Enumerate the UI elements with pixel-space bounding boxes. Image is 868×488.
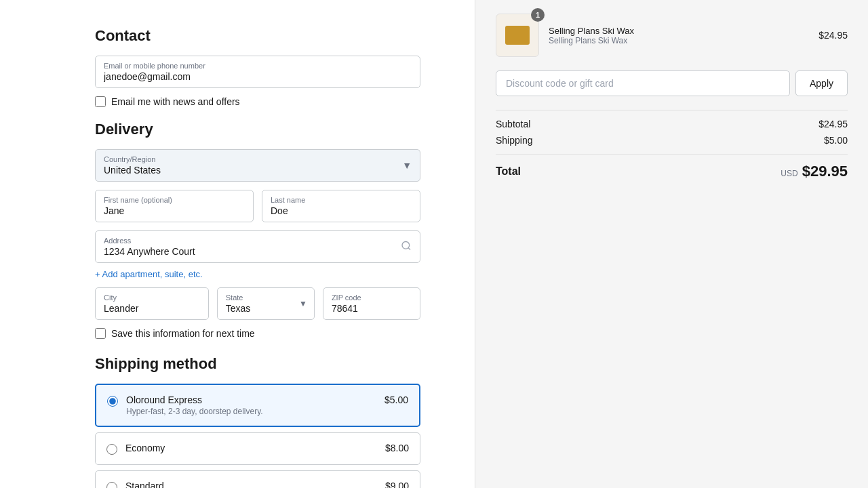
first-name-input[interactable] [104, 205, 245, 216]
state-label: State [226, 293, 306, 302]
city-label: City [104, 293, 200, 302]
shipping-value: $5.00 [824, 135, 848, 146]
product-image-wrapper: 1 [496, 14, 539, 57]
shipping-option-economy[interactable]: Economy $8.00 [95, 432, 420, 465]
discount-input[interactable] [496, 70, 790, 96]
shipping-option-oloround-desc: Hyper-fast, 2-3 day, doorstep delivery. [126, 407, 376, 416]
newsletter-label: Email me with news and offers [111, 96, 240, 107]
right-panel: 1 Selling Plans Ski Wax Selling Plans Sk… [475, 0, 868, 488]
shipping-radio-oloround[interactable] [107, 396, 118, 407]
shipping-radio-economy[interactable] [106, 444, 117, 455]
apply-button[interactable]: Apply [795, 70, 848, 96]
total-divider [496, 154, 848, 155]
address-wrapper: Address [95, 230, 420, 263]
save-info-row: Save this information for next time [95, 328, 420, 339]
delivery-section: Delivery Country/Region United States ▼ … [95, 121, 420, 339]
first-name-label: First name (optional) [104, 196, 245, 204]
shipping-option-standard-price: $9.00 [385, 481, 409, 488]
newsletter-row: Email me with news and offers [95, 96, 420, 107]
total-currency: USD [781, 169, 797, 178]
product-image-box [496, 14, 539, 57]
shipping-option-oloround-name: Oloround Express [126, 394, 376, 405]
subtotal-row: Subtotal $24.95 [496, 119, 848, 129]
shipping-option-oloround[interactable]: Oloround Express Hyper-fast, 2-3 day, do… [95, 384, 420, 427]
total-label: Total [496, 165, 521, 178]
delivery-title: Delivery [95, 121, 420, 138]
zip-label: ZIP code [332, 293, 412, 302]
total-right: USD $29.95 [781, 163, 848, 180]
left-panel: Contact Email or mobile phone number Ema… [0, 0, 475, 488]
total-amount: $29.95 [802, 163, 848, 180]
zip-wrapper: ZIP code [323, 287, 420, 320]
product-info: Selling Plans Ski Wax Selling Plans Ski … [549, 26, 809, 45]
shipping-option-oloround-price: $5.00 [384, 394, 408, 405]
product-image [505, 26, 530, 45]
email-input[interactable] [104, 71, 412, 82]
last-name-label: Last name [271, 196, 412, 204]
summary-divider [496, 110, 848, 110]
shipping-option-oloround-details: Oloround Express Hyper-fast, 2-3 day, do… [126, 394, 376, 416]
newsletter-checkbox[interactable] [95, 96, 106, 107]
add-apartment-link[interactable]: + Add apartment, suite, etc. [95, 269, 203, 279]
city-input[interactable] [104, 303, 200, 314]
save-info-checkbox[interactable] [95, 328, 106, 339]
contact-title: Contact [95, 27, 420, 45]
shipping-label: Shipping [496, 135, 533, 146]
product-quantity-badge: 1 [531, 8, 545, 22]
shipping-option-economy-name: Economy [125, 443, 377, 453]
subtotal-label: Subtotal [496, 119, 530, 129]
shipping-option-economy-details: Economy [125, 443, 377, 453]
product-subtitle: Selling Plans Ski Wax [549, 36, 809, 45]
shipping-radio-standard[interactable] [106, 482, 117, 488]
city-state-zip-row: City State Texas ▼ ZIP code [95, 287, 420, 320]
last-name-wrapper: Last name [262, 190, 420, 222]
product-price: $24.95 [818, 30, 848, 41]
product-row: 1 Selling Plans Ski Wax Selling Plans Sk… [496, 14, 848, 57]
discount-row: Apply [496, 70, 848, 96]
state-select[interactable]: Texas [226, 303, 306, 314]
shipping-row: Shipping $5.00 [496, 135, 848, 146]
country-region-wrapper: Country/Region United States ▼ [95, 149, 420, 182]
shipping-option-economy-price: $8.00 [385, 443, 409, 453]
search-icon [401, 241, 412, 253]
save-info-label: Save this information for next time [111, 328, 255, 339]
email-placeholder-label: Email or mobile phone number [104, 62, 412, 70]
last-name-input[interactable] [271, 205, 412, 216]
shipping-method-title: Shipping method [95, 355, 420, 373]
contact-email-group: Email or mobile phone number [95, 56, 420, 88]
first-name-wrapper: First name (optional) [95, 190, 254, 222]
name-row: First name (optional) Last name [95, 190, 420, 222]
product-name: Selling Plans Ski Wax [549, 26, 809, 36]
zip-input[interactable] [332, 303, 412, 314]
total-row: Total USD $29.95 [496, 163, 848, 180]
email-field-wrapper: Email or mobile phone number [95, 56, 420, 88]
address-input[interactable] [104, 246, 412, 257]
city-wrapper: City [95, 287, 209, 320]
svg-line-1 [408, 248, 410, 250]
shipping-option-standard[interactable]: Standard $9.00 [95, 470, 420, 488]
subtotal-value: $24.95 [818, 119, 848, 129]
svg-point-0 [402, 242, 410, 249]
country-select[interactable]: United States [104, 165, 412, 176]
shipping-option-standard-name: Standard [125, 481, 377, 488]
address-label: Address [104, 237, 412, 245]
shipping-option-standard-details: Standard [125, 481, 377, 488]
country-label: Country/Region [104, 155, 412, 163]
state-wrapper: State Texas ▼ [217, 287, 315, 320]
shipping-method-section: Shipping method Oloround Express Hyper-f… [95, 355, 420, 488]
